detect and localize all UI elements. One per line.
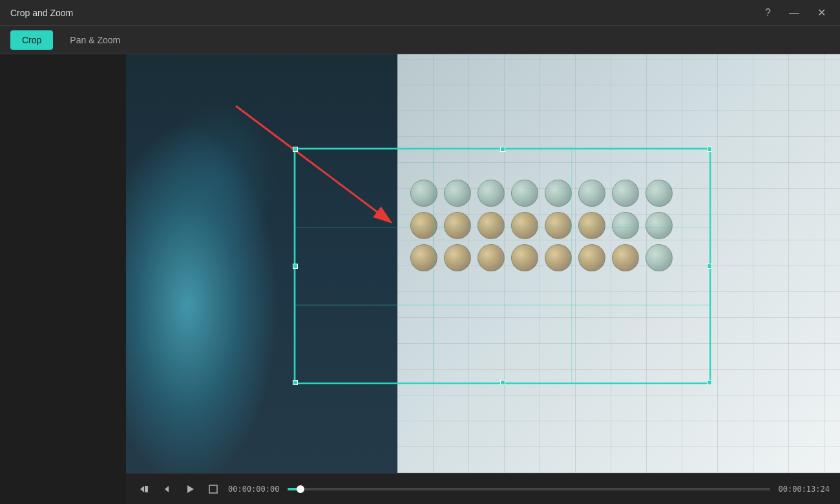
well-filled — [578, 244, 605, 271]
main-content: 00:00:00:00 00:00:13:24 — [0, 54, 840, 504]
well-filled — [545, 212, 572, 239]
well-filled — [511, 212, 538, 239]
glove-area — [126, 54, 433, 473]
well-row-3 — [410, 244, 827, 271]
preview-container — [126, 54, 840, 473]
well-filled — [511, 244, 538, 271]
well-row-1 — [410, 180, 827, 207]
well — [646, 244, 673, 271]
tab-pan-zoom[interactable]: Pan & Zoom — [58, 30, 132, 50]
timeline-track[interactable] — [288, 488, 770, 490]
well-filled — [444, 244, 471, 271]
help-button[interactable]: ? — [761, 5, 775, 21]
end-time: 00:00:13:24 — [778, 485, 830, 494]
frame-back-button[interactable] — [160, 481, 175, 497]
tab-crop[interactable]: Crop — [10, 30, 53, 50]
well-filled — [410, 212, 437, 239]
well-filled — [478, 212, 505, 239]
well-filled — [410, 244, 437, 271]
well-filled — [444, 212, 471, 239]
window-title: Crop and Zoom — [10, 8, 73, 18]
well — [578, 180, 605, 207]
well — [612, 180, 639, 207]
current-time: 00:00:00:00 — [228, 485, 280, 494]
titlebar: Crop and Zoom ? — ✕ — [0, 0, 840, 26]
timeline-thumb[interactable] — [297, 485, 304, 493]
minimize-button[interactable]: — — [785, 5, 803, 21]
well — [478, 180, 505, 207]
well — [612, 212, 639, 239]
wellplate-area — [397, 54, 840, 473]
playback-bar: 00:00:00:00 00:00:13:24 — [126, 473, 840, 504]
well-filled — [612, 244, 639, 271]
well-filled — [545, 244, 572, 271]
play-button[interactable] — [183, 481, 198, 497]
titlebar-controls: ? — ✕ — [761, 5, 830, 21]
step-back-button[interactable] — [136, 481, 152, 497]
well-row-2 — [410, 212, 827, 239]
well-filled — [578, 212, 605, 239]
well — [511, 180, 538, 207]
svg-marker-4 — [165, 486, 169, 492]
well-filled — [478, 244, 505, 271]
tabs-bar: Crop Pan & Zoom — [0, 26, 840, 54]
svg-marker-5 — [187, 485, 194, 493]
well — [646, 180, 673, 207]
left-sidebar — [0, 54, 126, 504]
well — [545, 180, 572, 207]
well — [410, 180, 437, 207]
well — [646, 212, 673, 239]
svg-rect-6 — [209, 485, 217, 493]
video-area: 00:00:00:00 00:00:13:24 — [126, 54, 840, 504]
square-button[interactable] — [206, 482, 220, 496]
wells-container — [410, 180, 827, 460]
svg-marker-2 — [140, 486, 144, 492]
video-frame — [126, 54, 840, 473]
svg-rect-3 — [145, 486, 148, 492]
well — [444, 180, 471, 207]
close-button[interactable]: ✕ — [814, 5, 830, 21]
